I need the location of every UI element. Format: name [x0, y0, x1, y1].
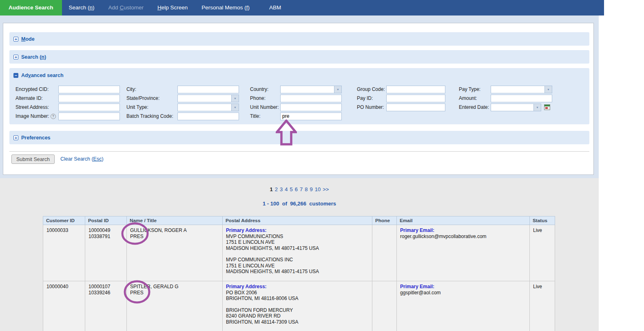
pay-id-input[interactable]: [386, 95, 445, 102]
city-input[interactable]: [177, 86, 239, 93]
street-address-input[interactable]: [58, 104, 120, 111]
pagination-page-link[interactable]: 6: [295, 186, 298, 192]
title-input[interactable]: [280, 113, 342, 120]
entered-date-label: Entered Date:: [459, 104, 491, 110]
preferences-panel-title: Preferences: [21, 135, 51, 141]
results-section: 12345678910>> 1 - 100 of 96,266 customer…: [0, 178, 599, 331]
field-row: Pay Type: ▼: [459, 85, 552, 94]
cell-postal-address: Primary Address:PO BOX 2006BRIGHTON, MI …: [223, 281, 372, 331]
pay-type-input[interactable]: [491, 86, 544, 93]
field-row: Unit Type: ▼: [126, 103, 239, 112]
collapse-icon[interactable]: −: [13, 73, 18, 78]
preferences-panel-header[interactable]: + Preferences: [9, 131, 589, 144]
search-panel-header[interactable]: + Search (n): [9, 50, 589, 64]
expand-icon[interactable]: +: [13, 55, 18, 60]
image-number-label: Image Number:?: [15, 113, 58, 119]
pagination-page-link[interactable]: 2: [275, 186, 278, 192]
cell-name-title: GULLICKSON, ROGER APRES: [127, 225, 223, 281]
top-navbar: Audience Search Search (n) Add Customer …: [0, 0, 604, 15]
country-dropdown[interactable]: ▼: [280, 86, 342, 93]
encrypted-cid-input[interactable]: [58, 86, 120, 93]
primary-address-label: Primary Address:: [226, 227, 369, 234]
tab-abm[interactable]: ABM: [262, 0, 288, 15]
pagination-next-link[interactable]: >>: [323, 186, 329, 192]
cell-postal-id: 1000004910338791: [85, 225, 127, 281]
dropdown-arrow-icon[interactable]: ▼: [544, 86, 552, 93]
cell-postal-address: Primary Address:MVP COMMUNICATIONS1751 E…: [223, 225, 372, 281]
unit-type-input[interactable]: [177, 104, 231, 111]
alternate-id-label: Alternate ID:: [15, 95, 58, 101]
clear-search-link[interactable]: Clear Search (Esc): [60, 156, 104, 162]
field-row: Unit Number:: [250, 103, 342, 112]
column-header-name-title: Name / Title: [127, 216, 223, 225]
pagination-page-link[interactable]: 8: [305, 186, 308, 192]
tab-search[interactable]: Search (n): [62, 0, 102, 15]
field-row: Title:: [250, 112, 342, 121]
primary-email-label: Primary Email:: [400, 227, 526, 234]
amount-input[interactable]: [491, 95, 552, 102]
tab-audience-search[interactable]: Audience Search: [0, 0, 62, 15]
country-input[interactable]: [280, 86, 334, 93]
state-province-dropdown[interactable]: ▼: [177, 95, 239, 102]
image-number-input[interactable]: [58, 113, 120, 120]
field-row: Image Number:?: [15, 112, 120, 121]
advanced-form-column-2: City: State/Province: ▼ Unit Type: ▼ Bat…: [126, 85, 239, 121]
batch-tracking-code-input[interactable]: [177, 113, 239, 120]
advanced-search-panel: − Advanced search Encrypted CID: Alterna…: [9, 68, 589, 124]
pagination-page-link[interactable]: 9: [310, 186, 312, 192]
entered-date-input[interactable]: [491, 104, 533, 111]
tab-help-accesskey: H: [157, 4, 162, 11]
table-row: 100000401000010710339246SPITLER, GERALD …: [43, 281, 555, 331]
dropdown-arrow-icon[interactable]: ▼: [334, 86, 342, 93]
po-number-input[interactable]: [386, 104, 445, 111]
tab-memos-label: Personal Memos (: [201, 4, 246, 11]
group-code-input[interactable]: [386, 86, 445, 93]
dropdown-arrow-icon[interactable]: ▼: [231, 104, 239, 111]
mode-panel-header[interactable]: + Mode: [9, 32, 589, 46]
cell-phone: [372, 281, 397, 331]
alternate-id-input[interactable]: [58, 95, 120, 102]
cell-status: Live: [530, 225, 555, 281]
dropdown-arrow-icon[interactable]: ▼: [533, 104, 541, 111]
tab-search-accesskey: n: [90, 4, 93, 11]
customer-name: SPITLER, GERALD G: [130, 284, 219, 290]
field-row: State/Province: ▼: [126, 94, 239, 103]
state-province-input[interactable]: [177, 95, 231, 102]
address-line: PO BOX 2006: [226, 290, 369, 296]
address-block-gap: [226, 251, 369, 257]
field-row: Batch Tracking Code:: [126, 112, 239, 121]
submit-search-button[interactable]: Submit Search: [11, 154, 55, 164]
dropdown-arrow-icon[interactable]: ▼: [231, 95, 239, 102]
mode-panel-title: Mode: [21, 36, 35, 42]
pagination-page-link[interactable]: 4: [285, 186, 288, 192]
encrypted-cid-label: Encrypted CID:: [15, 86, 58, 92]
expand-icon[interactable]: +: [13, 135, 18, 140]
field-row: Alternate ID:: [15, 94, 120, 103]
batch-tracking-code-label: Batch Tracking Code:: [126, 113, 177, 119]
tab-help-screen[interactable]: Help Screen: [150, 0, 195, 15]
unit-number-input[interactable]: [280, 104, 342, 111]
pagination-page-link[interactable]: 10: [315, 186, 321, 192]
pagination-page-link[interactable]: 7: [300, 186, 303, 192]
entered-date-dropdown[interactable]: ▼: [491, 104, 541, 111]
address-line: MVP COMMUNICATIONS: [226, 234, 369, 240]
expand-icon[interactable]: +: [13, 37, 18, 42]
search-panel: + Search (n): [9, 50, 589, 64]
tab-search-label: Search (: [69, 4, 90, 11]
cell-email: Primary Email:roger.gullickson@mvpcollab…: [397, 225, 530, 281]
advanced-search-panel-header[interactable]: − Advanced search: [9, 68, 589, 80]
tab-add-customer[interactable]: Add Customer: [102, 0, 150, 15]
search-page-background: + Mode + Search (n) − Advanced search: [0, 15, 599, 178]
unit-type-dropdown[interactable]: ▼: [177, 104, 239, 111]
pay-type-dropdown[interactable]: ▼: [491, 86, 552, 93]
pagination-page-link[interactable]: 3: [280, 186, 283, 192]
calendar-icon[interactable]: [544, 104, 550, 110]
address-block-gap: [226, 302, 369, 307]
tab-personal-memos[interactable]: Personal Memos (f): [195, 0, 257, 15]
table-body: 100000331000004910338791GULLICKSON, ROGE…: [43, 225, 555, 331]
help-icon[interactable]: ?: [51, 114, 56, 119]
phone-input[interactable]: [280, 95, 342, 102]
field-row: Entered Date: ▼: [459, 103, 552, 112]
group-code-label: Group Code:: [357, 86, 386, 92]
pagination-page-link[interactable]: 5: [290, 186, 293, 192]
